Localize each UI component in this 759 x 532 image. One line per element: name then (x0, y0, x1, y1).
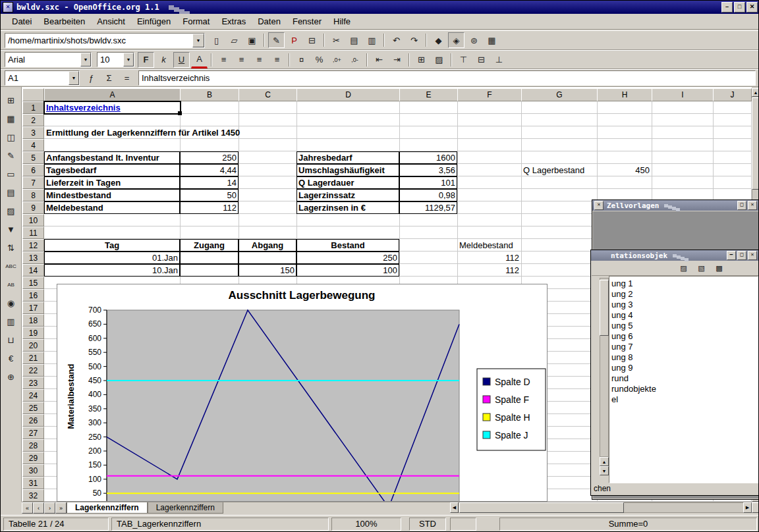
align-center-button[interactable]: ≡ (233, 52, 250, 68)
row-header-5[interactable]: 5 (22, 151, 44, 164)
align-justify-button[interactable]: ≡ (269, 52, 285, 68)
font-name-input[interactable] (5, 54, 80, 65)
italic-button[interactable]: k (155, 52, 172, 68)
column-header-I[interactable]: I (652, 88, 714, 101)
sheet-tab-0[interactable]: Lagerkennziffern (67, 502, 148, 514)
row-header-22[interactable]: 22 (22, 364, 44, 377)
cell-E7[interactable]: 101 (399, 176, 457, 189)
function-autopilot-icon[interactable]: ƒ (83, 70, 99, 86)
edit-file-icon[interactable]: ✎ (268, 32, 285, 48)
close-button[interactable]: ✕ (746, 2, 758, 13)
align-top-button[interactable]: ⊤ (455, 52, 472, 68)
align-left-button[interactable]: ≡ (215, 52, 232, 68)
style-list-item[interactable]: el (609, 394, 758, 405)
minimize-button[interactable]: – (721, 2, 733, 13)
minimize-button[interactable]: – (727, 251, 736, 260)
styles-window[interactable]: ntationsobjek –□✕ ▨▧▩ ▲ ▼ ung 1ung 2ung … (590, 250, 759, 496)
column-header-A[interactable]: A (44, 88, 181, 101)
row-header-7[interactable]: 7 (22, 176, 44, 189)
row-header-20[interactable]: 20 (22, 339, 44, 352)
row-header-19[interactable]: 19 (22, 327, 44, 339)
paste-icon[interactable]: ▥ (364, 32, 380, 48)
find-replace-icon[interactable]: ◉ (3, 295, 20, 311)
choose-themes-icon[interactable]: ▨ (3, 203, 20, 219)
row-header-27[interactable]: 27 (22, 427, 44, 439)
insert-object-icon[interactable]: ◫ (3, 129, 20, 145)
menu-extras[interactable]: Extras (215, 14, 252, 28)
euro-converter-icon[interactable]: € (3, 350, 20, 366)
column-header-H[interactable]: H (597, 88, 652, 101)
save-icon[interactable]: ▣ (244, 32, 260, 48)
close-icon[interactable]: ✕ (594, 201, 604, 210)
style-list-item[interactable]: ung 7 (609, 342, 758, 352)
open-icon[interactable]: ▱ (226, 32, 242, 48)
cell-A5[interactable]: Anfangsbestand lt. Inventur (44, 151, 180, 164)
column-header-C[interactable]: C (239, 88, 297, 101)
cell-B9[interactable]: 112 (180, 201, 239, 214)
decrease-indent-button[interactable]: ⇤ (371, 52, 387, 68)
cell-cursor-handle[interactable] (178, 111, 182, 115)
row-header-17[interactable]: 17 (22, 302, 44, 314)
row-header-14[interactable]: 14 (22, 264, 44, 277)
column-header-G[interactable]: G (521, 88, 598, 101)
spellcheck-icon[interactable]: ABC (3, 258, 20, 274)
cell-D9[interactable]: Lagerzinsen in € (296, 201, 399, 214)
underline-button[interactable]: U (173, 52, 190, 68)
autofilter-icon[interactable]: ▼ (3, 221, 20, 237)
scroll-left-icon[interactable]: ◀ (450, 502, 459, 513)
add-decimal-button[interactable]: ,0+ (329, 52, 345, 68)
zoom-icon[interactable]: ⊕ (3, 369, 20, 385)
new-style-from-selection-icon[interactable]: ▧ (693, 262, 710, 275)
font-size-input[interactable] (98, 54, 123, 65)
number-format-percent-button[interactable]: % (311, 52, 327, 68)
update-style-icon[interactable]: ▩ (711, 262, 727, 275)
styles-scrollbar[interactable]: ▲ ▼ (600, 278, 609, 475)
cell-A13[interactable]: 01.Jan (44, 252, 180, 264)
menu-format[interactable]: Format (177, 14, 215, 28)
stylist-icon[interactable]: ◈ (448, 32, 464, 48)
styles-titlebar[interactable]: ntationsobjek –□✕ (591, 250, 759, 261)
scroll-up-icon[interactable]: ▲ (600, 457, 609, 466)
style-list-item[interactable]: ung 8 (609, 352, 758, 363)
fill-format-mode-icon[interactable]: ▨ (675, 262, 692, 275)
font-color-button[interactable]: A (191, 51, 208, 68)
cell-D14[interactable]: 100 (296, 264, 399, 277)
form-functions-icon[interactable]: ▭ (3, 166, 20, 182)
function-icon[interactable]: = (119, 70, 135, 86)
row-header-4[interactable]: 4 (22, 139, 44, 151)
cell-E6[interactable]: 3,56 (399, 164, 457, 176)
row-header-10[interactable]: 10 (22, 214, 44, 226)
align-center-vertical-button[interactable]: ⊟ (473, 52, 490, 68)
increase-indent-button[interactable]: ⇥ (389, 52, 405, 68)
formula-input[interactable] (139, 72, 755, 84)
row-header-26[interactable]: 26 (22, 414, 44, 427)
print-icon[interactable]: ⊟ (304, 32, 320, 48)
row-header-8[interactable]: 8 (22, 189, 44, 201)
menu-ansicht[interactable]: Ansicht (91, 14, 131, 28)
cell-B14[interactable] (180, 264, 239, 277)
menu-einfgen[interactable]: Einfügen (131, 14, 177, 28)
close-button[interactable]: ✕ (748, 251, 757, 260)
row-header-3[interactable]: 3 (22, 126, 44, 139)
url-input[interactable] (5, 35, 192, 46)
style-list-item[interactable]: rundobjekte (609, 384, 758, 394)
row-header-2[interactable]: 2 (22, 114, 44, 126)
url-dropdown-arrow-icon[interactable]: ▼ (192, 34, 204, 47)
cell-B13[interactable] (180, 252, 239, 264)
sheet-tab-1[interactable]: Lagerkennziffern (148, 502, 223, 514)
row-header-13[interactable]: 13 (22, 252, 44, 264)
menu-daten[interactable]: Daten (252, 14, 287, 28)
embedded-chart[interactable]: 7006506005505004504003503002502001501005… (57, 284, 548, 502)
titlebar[interactable]: ✕ bwldv.sxc - OpenOffice.org 1.1 –□✕ (1, 1, 759, 14)
column-header-F[interactable]: F (457, 88, 522, 101)
redo-icon[interactable]: ↷ (406, 32, 422, 48)
application-icon[interactable]: ✕ (3, 2, 13, 13)
style-list-item[interactable]: ung 9 (609, 363, 758, 373)
input-line[interactable] (138, 70, 756, 86)
cell-E5[interactable]: 1600 (399, 151, 457, 164)
column-header-J[interactable]: J (713, 88, 752, 101)
align-bottom-button[interactable]: ⊥ (491, 52, 507, 68)
cell-E9[interactable]: 1129,57 (399, 201, 457, 214)
bold-button[interactable]: F (138, 52, 154, 68)
style-list-item[interactable]: ung 5 (609, 321, 758, 331)
